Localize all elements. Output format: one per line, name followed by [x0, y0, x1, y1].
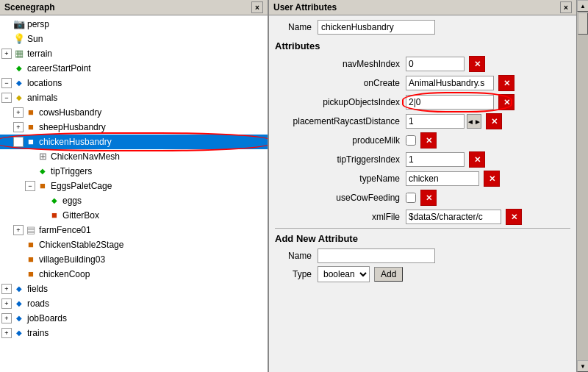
attr-checkbox-useCowFeeding[interactable] — [406, 193, 416, 203]
expand-button[interactable]: + — [13, 225, 24, 235]
tree-item-label: persp — [27, 18, 49, 31]
delete-attr-navMeshIndex[interactable]: ✕ — [469, 56, 485, 72]
tree-item-label: ChickenNavMesh — [51, 150, 120, 163]
expand-button[interactable]: + — [1, 298, 12, 309]
expand-button[interactable]: + — [13, 122, 24, 132]
tree-item-label: sheepHusbandry — [39, 121, 106, 134]
attributes-content: Name Attributes navMeshIndex✕onCreate✕pi… — [269, 15, 576, 372]
attr-row-useCowFeeding: useCowFeeding✕ — [275, 190, 570, 206]
attr-label-navMeshIndex: navMeshIndex — [275, 59, 400, 69]
type-select[interactable]: boolean integer float string — [318, 266, 370, 282]
name-label: Name — [275, 22, 312, 32]
scenegraph-panel: Scenegraph × 📷persp💡Sun+▦terrain◆careerS… — [0, 0, 268, 372]
collapse-button[interactable]: − — [1, 78, 12, 88]
delete-attr-tipTriggersIndex[interactable]: ✕ — [469, 151, 485, 168]
tree-item-fields[interactable]: +◆fields — [0, 282, 268, 296]
attr-input-pickupObjectsIndex[interactable] — [406, 95, 494, 110]
scroll-thumb[interactable] — [578, 12, 588, 35]
point-blue-icon: ◆ — [13, 312, 25, 324]
tree-item-sheepHusbandry[interactable]: +■sheepHusbandry — [0, 120, 268, 135]
point-green-icon: ◆ — [49, 195, 60, 207]
attr-input-placementRaycastDistance[interactable] — [406, 114, 465, 129]
tree-item-animals[interactable]: −◆animals — [0, 90, 268, 105]
attr-input-onCreate[interactable] — [406, 76, 494, 90]
cube-orange-icon: ■ — [25, 239, 37, 251]
tree-item-tipTriggers[interactable]: ◆tipTriggers — [0, 164, 268, 179]
point-blue-icon: ◆ — [13, 283, 25, 295]
tree-item-trains[interactable]: +◆trains — [0, 326, 268, 340]
scrollbar[interactable]: ▲ ▼ — [576, 0, 588, 372]
tree-item-roads[interactable]: +◆roads — [0, 296, 268, 311]
attr-row-tipTriggersIndex: tipTriggersIndex✕ — [275, 151, 570, 168]
scenegraph-title: Scenegraph — [4, 2, 55, 12]
cube-orange-icon: ■ — [25, 121, 37, 133]
name-input[interactable] — [318, 20, 435, 35]
expand-button[interactable]: + — [1, 328, 12, 338]
attr-input-xmlFile[interactable] — [406, 210, 501, 224]
delete-attr-typeName[interactable]: ✕ — [484, 171, 500, 187]
tree-item-label: chickenHusbandry — [39, 135, 112, 149]
attr-input-typeName[interactable] — [406, 171, 479, 186]
tree-item-label: terrain — [27, 47, 52, 60]
attr-label-typeName: typeName — [275, 174, 400, 184]
tree-item-eggs[interactable]: ◆eggs — [0, 193, 268, 208]
cube-blue-icon: ■ — [25, 136, 37, 148]
cube-orange-icon: ■ — [25, 268, 37, 280]
attr-row-onCreate: onCreate✕ — [275, 75, 570, 91]
tree-item-label: jobBoards — [27, 312, 67, 325]
user-attributes-panel: User Attributes × Name Attributes navMes… — [268, 0, 576, 372]
user-attributes-close-button[interactable]: × — [560, 1, 572, 13]
tree-item-ChickenStable2Stage[interactable]: ■ChickenStable2Stage — [0, 237, 268, 252]
point-green-icon: ◆ — [37, 165, 49, 177]
delete-attr-xmlFile[interactable]: ✕ — [506, 209, 522, 225]
tree-item-persp[interactable]: 📷persp — [0, 17, 268, 32]
add-name-input[interactable] — [318, 248, 435, 263]
point-blue-icon: ◆ — [13, 298, 25, 310]
attr-input-navMeshIndex[interactable] — [406, 57, 465, 71]
collapse-button[interactable]: − — [25, 181, 35, 191]
attr-row-navMeshIndex: navMeshIndex✕ — [275, 56, 570, 72]
expand-button[interactable]: + — [1, 49, 12, 59]
collapse-button[interactable]: − — [1, 93, 12, 103]
attr-label-useCowFeeding: useCowFeeding — [275, 193, 400, 203]
add-name-label: Name — [275, 251, 312, 261]
terrain-icon: ▦ — [13, 48, 25, 60]
expand-button[interactable]: + — [1, 313, 12, 323]
delete-attr-onCreate[interactable]: ✕ — [498, 75, 514, 91]
attr-arrow-placementRaycastDistance[interactable]: ◄► — [467, 114, 481, 129]
attr-row-produceMilk: produceMilk✕ — [275, 132, 570, 149]
tree-item-farmFence01[interactable]: +▤farmFence01 — [0, 223, 268, 237]
camera-icon: 📷 — [13, 18, 25, 30]
tree-item-chickenCoop[interactable]: ■chickenCoop — [0, 267, 268, 282]
tree-item-careerStartPoint[interactable]: ◆careerStartPoint — [0, 61, 268, 76]
scenegraph-close-button[interactable]: × — [251, 1, 263, 13]
add-attribute-button[interactable]: Add — [374, 267, 403, 282]
point-blue-icon: ◆ — [13, 327, 25, 339]
tree-item-cowsHusbandry[interactable]: +■cowsHusbandry — [0, 105, 268, 120]
tree-item-label: farmFence01 — [39, 223, 91, 237]
tree-item-Sun[interactable]: 💡Sun — [0, 32, 268, 46]
delete-attr-placementRaycastDistance[interactable]: ✕ — [486, 113, 502, 129]
expand-button[interactable]: + — [1, 284, 12, 294]
tree-item-label: ChickenStable2Stage — [39, 238, 123, 251]
delete-attr-pickupObjectsIndex[interactable]: ✕ — [498, 94, 514, 110]
scroll-down-button[interactable]: ▼ — [577, 360, 588, 372]
scroll-up-button[interactable]: ▲ — [577, 0, 588, 12]
tree-item-chickenHusbandry[interactable]: −■chickenHusbandry — [0, 135, 268, 149]
attr-row-typeName: typeName✕ — [275, 171, 570, 187]
tree-item-terrain[interactable]: +▦terrain — [0, 46, 268, 61]
delete-attr-useCowFeeding[interactable]: ✕ — [420, 190, 437, 206]
add-type-label: Type — [275, 269, 312, 279]
tree-item-ChickenNavMesh[interactable]: ⊞ChickenNavMesh — [0, 149, 268, 164]
tree-item-GitterBox[interactable]: ■GitterBox — [0, 208, 268, 223]
tree-item-jobBoards[interactable]: +◆jobBoards — [0, 311, 268, 326]
attr-checkbox-produceMilk[interactable] — [406, 135, 416, 146]
delete-attr-produceMilk[interactable]: ✕ — [420, 132, 437, 149]
tree-item-locations[interactable]: −◆locations — [0, 76, 268, 90]
attr-input-tipTriggersIndex[interactable] — [406, 152, 465, 167]
tree-item-villageBuilding03[interactable]: ■villageBuilding03 — [0, 252, 268, 267]
tree-item-label: animals — [27, 91, 57, 104]
tree-item-EggsPaletCage[interactable]: −■EggsPaletCage — [0, 179, 268, 193]
expand-button[interactable]: + — [13, 107, 24, 118]
collapse-button[interactable]: − — [13, 137, 24, 147]
